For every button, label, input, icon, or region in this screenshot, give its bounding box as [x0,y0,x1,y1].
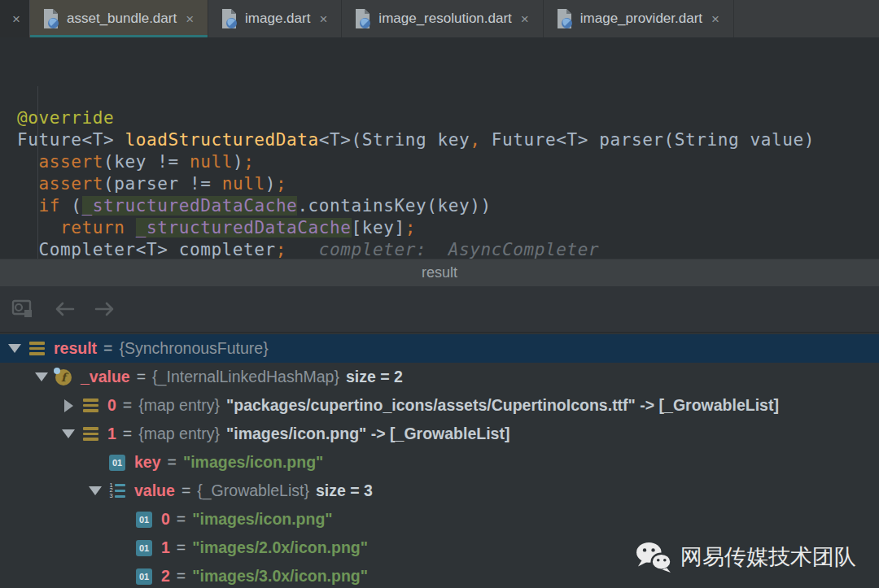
variable-row-0[interactable]: 010="images/icon.png" [0,505,879,534]
primitive-value-icon: 01 [135,540,153,556]
chevron-down-icon[interactable] [60,429,77,438]
forward-arrow-icon[interactable] [92,296,118,322]
variable-icon [81,427,99,441]
code-token-txt: ( [60,196,82,216]
code-token-kw: if [39,196,61,216]
code-token-fieldhl: _structuredDataCache [136,218,352,237]
code-line: @override [17,107,879,129]
equals-sign: = [123,425,132,443]
primitive-value-icon: 01 [135,568,153,585]
close-icon[interactable]: × [710,11,721,28]
code-token-kw: null [190,152,233,172]
variable-value: "images/2.0x/icon.png" [192,538,368,557]
code-token-txt [286,240,319,259]
code-editor[interactable]: @overrideFuture<T> loadStructuredData<T>… [0,37,879,259]
variable-name: 0 [107,396,116,415]
primitive-value-icon: 01 [108,455,126,471]
variable-name: result [54,339,97,358]
code-token-fieldhl: _structuredDataCache [82,196,298,216]
watermark: 网易传媒技术团队 [635,541,856,573]
code-line: assert(parser != null); [17,173,879,195]
variable-name: 0 [161,510,170,529]
indent-guide [37,86,38,259]
code-token-txt: ) [233,152,243,172]
close-icon[interactable]: × [184,11,195,28]
variable-type: {_GrowableList} [197,481,309,500]
code-token-kw: ; [276,240,286,259]
dart-file-icon [42,8,59,29]
code-token-txt: ) [265,174,276,194]
code-token-txt: (parser != [103,174,222,194]
collection-size: size = 2 [346,368,403,386]
code-token-txt [17,196,39,216]
code-token-txt: Completer<T> completer [17,240,276,259]
tab-image-dart[interactable]: image.dart × [208,0,342,37]
chevron-down-icon[interactable] [87,486,103,495]
array-icon: 123 [108,483,126,499]
close-icon[interactable]: × [519,11,531,28]
back-arrow-icon[interactable] [51,296,77,322]
tab-image-resolution-dart[interactable]: image_resolution.dart × [342,0,543,37]
tab-truncated[interactable]: × [0,0,30,37]
variable-value: "images/3.0x/icon.png" [192,567,368,586]
equals-sign: = [177,538,186,557]
equals-sign: = [177,510,186,529]
variable-name: 1 [107,425,116,443]
debugger-toolbar [0,286,879,333]
dart-file-icon [556,8,573,29]
code-token-kw: ; [243,152,254,172]
close-icon[interactable]: × [11,11,22,28]
chevron-down-icon[interactable] [33,372,50,381]
variable-row-key[interactable]: 01key="images/icon.png" [0,448,879,477]
code-token-hint: completer: _AsyncCompleter [319,240,599,259]
code-token-kw: , [470,130,480,150]
dart-file-icon [354,8,371,29]
collection-size: size = 3 [316,481,373,500]
variable-name: 2 [161,567,170,586]
code-token-kw: ; [405,218,416,237]
code-token-txt: (key != [103,152,190,172]
code-token-fn: loadStructuredData [125,130,318,150]
code-token-txt [17,218,60,237]
chevron-down-icon[interactable] [7,344,23,353]
code-token-txt: .containsKey(key)) [297,196,491,216]
chevron-right-icon[interactable] [60,399,77,412]
code-token-txt: <T>(String key [319,130,470,150]
variable-icon [28,342,46,355]
tab-label: image.dart [245,11,310,27]
variable-name: 1 [161,538,170,557]
variable-row-_value[interactable]: f_value={_InternalLinkedHashMap}size = 2 [0,363,879,391]
code-token-txt [17,174,39,194]
tab-image-provider-dart[interactable]: image_provider.dart × [544,0,734,37]
code-line: if (_structuredDataCache.containsKey(key… [17,195,879,217]
editor-tab-bar: × asset_bundle.dart × image.dart × [0,0,879,37]
variable-type: {map entry} [138,425,220,443]
variable-value: "packages/cupertino_icons/assets/Cuperti… [226,396,779,415]
code-line: return _structuredDataCache[key]; [17,217,879,239]
code-token-kw: assert [39,152,103,172]
primitive-value-icon: 01 [135,512,153,528]
show-execution-point-icon[interactable] [11,296,37,322]
field-icon: f [55,369,72,385]
variable-name: key [134,453,161,472]
variable-type: {map entry} [138,396,220,415]
ide-window: × asset_bundle.dart × image.dart × [0,0,879,588]
variable-type: {_InternalLinkedHashMap} [152,368,339,386]
variable-row-value[interactable]: 123value={_GrowableList}size = 3 [0,477,879,505]
tab-asset-bundle-dart[interactable]: asset_bundle.dart × [30,0,208,37]
code-token-txt [125,218,135,237]
variable-row-1[interactable]: 1={map entry}"images/icon.png" -> [_Grow… [0,420,879,448]
tab-label: image_resolution.dart [378,11,511,27]
code-token-ann: @override [17,108,114,128]
variable-value: "images/icon.png" [183,453,323,472]
evaluate-tooltip: result [0,259,879,286]
variable-row-0[interactable]: 0={map entry}"packages/cupertino_icons/a… [0,391,879,420]
equals-sign: = [103,339,112,358]
variable-type: {SynchronousFuture} [120,339,269,358]
equals-sign: = [181,481,190,500]
variable-row-result[interactable]: result={SynchronousFuture} [0,334,879,363]
code-line: assert(key != null); [17,151,879,173]
tab-label: asset_bundle.dart [67,11,177,27]
close-icon[interactable]: × [317,11,329,28]
equals-sign: = [168,453,177,472]
